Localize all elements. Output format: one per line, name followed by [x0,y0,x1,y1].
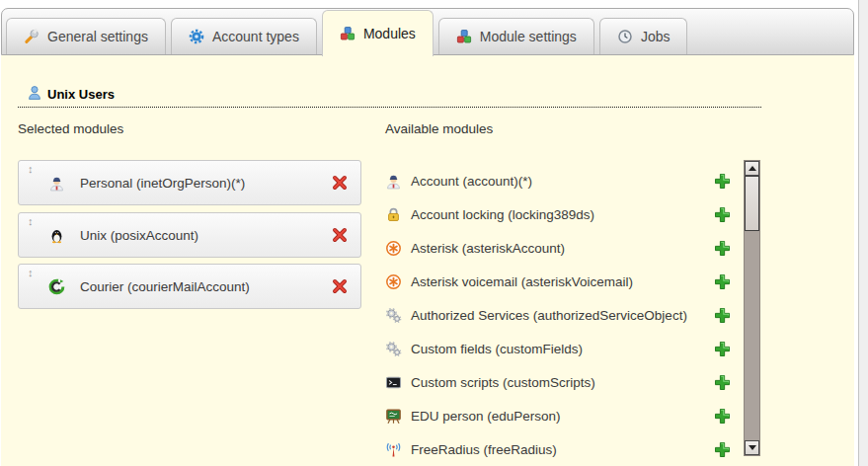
module-label: FreeRadius (freeRadius) [411,442,557,457]
add-plus-icon[interactable] [714,307,731,324]
antenna-icon [385,441,402,458]
module-label: Custom scripts (customScripts) [411,375,595,390]
modules-icon [340,26,355,41]
window-scroll-gutter [858,0,868,466]
module-label: Account (account)(*) [411,174,532,189]
available-module-row: Asterisk voicemail (asteriskVoicemail) [385,265,731,298]
selected-module-row[interactable]: ↕ Courier (courierMailAccount) [18,264,361,309]
module-label: Asterisk voicemail (asteriskVoicemail) [411,274,633,289]
page-title: Unix Users [47,87,115,102]
available-module-row: Asterisk (asteriskAccount) [385,231,731,265]
selected-module-row[interactable]: ↕ Unix (posixAccount) [18,212,361,258]
tab-general-settings[interactable]: General settings [6,18,166,54]
add-plus-icon[interactable] [714,441,731,458]
available-module-row: Custom scripts (customScripts) [385,365,731,399]
available-module-row: Authorized Services (authorizedServiceOb… [385,298,731,332]
add-plus-icon[interactable] [714,374,731,391]
person-icon [385,173,402,190]
tab-modules[interactable]: Modules [322,10,434,56]
add-plus-icon[interactable] [714,341,731,357]
gears-icon [385,341,402,357]
available-module-row: EDU person (eduPerson) [385,399,731,432]
user-icon [27,85,42,101]
tab-label: Jobs [641,29,671,44]
courier-icon [48,278,65,295]
terminal-icon [385,374,402,391]
selected-module-row[interactable]: ↕ Personal (inetOrgPerson)(*) [18,160,361,205]
add-plus-icon[interactable] [714,408,731,425]
tab-label: Account types [212,29,299,44]
clock-icon [617,29,633,44]
tab-module-settings[interactable]: Module settings [438,18,594,54]
module-label: Asterisk (asteriskAccount) [411,241,565,256]
add-plus-icon[interactable] [714,273,731,290]
drag-handle-icon[interactable]: ↕ [28,164,34,175]
modules-icon [456,29,472,44]
module-label: EDU person (eduPerson) [411,409,561,424]
tab-label: General settings [47,29,148,44]
tab-label: Modules [363,26,416,41]
module-label: Personal (inetOrgPerson)(*) [80,161,245,204]
modules-panel: Unix Users Selected modules Available mo… [1,55,854,466]
available-module-row: Account (account)(*) [385,164,731,197]
available-module-row: FreeRadius (freeRadius) [385,432,731,466]
add-plus-icon[interactable] [714,173,731,190]
module-label: Account locking (locking389ds) [411,207,594,222]
scroll-down-icon[interactable] [745,440,759,455]
module-label: Authorized Services (authorizedServiceOb… [411,308,687,323]
wrench-icon [24,29,39,44]
available-module-row: Custom fields (customFields) [385,332,731,365]
available-modules-label: Available modules [385,121,493,136]
module-label: Unix (posixAccount) [80,213,198,257]
add-plus-icon[interactable] [714,206,731,223]
scroll-up-icon[interactable] [745,161,759,176]
section-divider [18,107,761,108]
available-modules-list: Account (account)(*) Account locking (lo… [385,164,731,466]
tab-jobs[interactable]: Jobs [599,18,688,54]
tab-account-types[interactable]: Account types [171,18,317,54]
asterisk-icon [385,240,402,257]
selected-modules-label: Selected modules [18,121,123,136]
lock-icon [385,206,402,223]
person-icon [48,175,65,192]
tab-bar: General settings Account types Modules [1,8,854,55]
available-module-row: Account locking (locking389ds) [385,197,731,231]
asterisk-icon [385,273,402,290]
penguin-icon [48,227,65,244]
drag-handle-icon[interactable]: ↕ [28,216,34,227]
delete-x-icon[interactable] [331,226,349,244]
gears-icon [385,307,402,324]
chalkboard-icon [385,408,402,425]
scrollbar-thumb[interactable] [745,176,759,231]
drag-handle-icon[interactable]: ↕ [28,268,34,278]
available-modules-scrollbar[interactable] [744,160,760,456]
add-plus-icon[interactable] [714,240,731,257]
tab-label: Module settings [480,29,577,44]
module-label: Courier (courierMailAccount) [80,265,250,308]
delete-x-icon[interactable] [331,174,349,192]
delete-x-icon[interactable] [331,277,349,295]
gear-icon [189,29,204,44]
module-label: Custom fields (customFields) [411,342,583,356]
